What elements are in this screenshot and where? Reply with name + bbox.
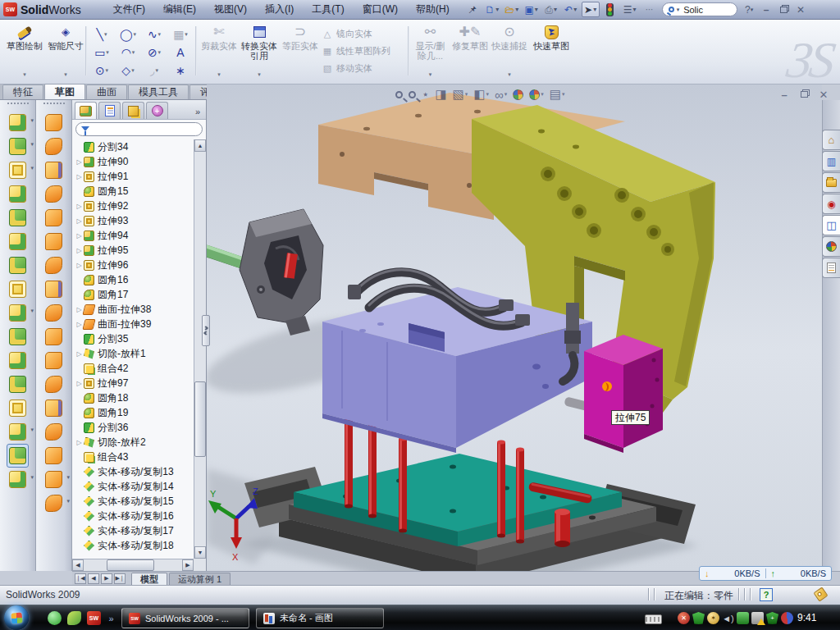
feature-tree-item[interactable]: 组合43 (73, 450, 193, 464)
pin-icon[interactable]: 📌︎ (463, 2, 482, 17)
expand-arrow-icon[interactable]: ▷ (75, 380, 84, 387)
slot-icon[interactable]: ⊙▾ (89, 62, 115, 80)
task-pane-tab-view-palette[interactable]: ◫ (822, 215, 840, 235)
feature-tree-item[interactable]: ▷ 拉伸94 (73, 228, 193, 243)
expand-arrow-icon[interactable]: ▷ (75, 262, 84, 269)
toolbar-icon-button[interactable] (45, 230, 62, 253)
close-button[interactable]: ✕ (792, 2, 810, 16)
feature-tree-item[interactable]: ▷ 曲面-拉伸38 (73, 302, 193, 317)
scroll-left-button[interactable]: ◀ (72, 559, 84, 571)
feature-tree-item[interactable]: 分割34 (73, 139, 193, 154)
linear-pattern-button[interactable]: ▦线性草图阵列 (322, 43, 405, 58)
menubar-item[interactable]: 文件(F) (104, 0, 154, 19)
feature-tree-item[interactable]: ▷ 拉伸96 (73, 258, 193, 272)
feature-tree-item[interactable]: 圆角19 (73, 405, 193, 420)
toolbar-grip[interactable] (7, 103, 29, 107)
menubar-item[interactable]: 插入(I) (256, 0, 303, 19)
feature-tree-item[interactable]: ▷ 拉伸93 (73, 213, 193, 228)
flyout-arrow-icon[interactable]: ▾ (30, 474, 34, 481)
feature-tree-item[interactable]: 实体-移动/复制18 (73, 538, 193, 553)
toolbar-grip[interactable] (43, 103, 65, 107)
pattern-box-icon[interactable]: ▦▾ (167, 25, 194, 43)
flyout-arrow-icon[interactable]: ▾ (30, 117, 34, 124)
spline-icon[interactable]: ∿▾ (141, 25, 167, 43)
model-canvas[interactable]: Y Z X (207, 84, 822, 571)
expand-arrow-icon[interactable]: ▷ (75, 173, 84, 180)
move-entities-button[interactable]: ▧移动实体 (322, 61, 405, 75)
toolbar-icon-button[interactable] (45, 325, 62, 349)
toolbar-icon-button[interactable] (7, 444, 29, 468)
repair-sketch-button[interactable]: ✚✎︎ 修复草图 (450, 24, 490, 80)
zoom-fit-icon[interactable] (395, 91, 403, 98)
toolbar-icon-button[interactable] (45, 349, 62, 372)
task-pane-tab-design-library[interactable]: ▥ (822, 151, 840, 171)
new-document-button[interactable]: 🗋︎▾ (483, 2, 501, 17)
next-tab-button[interactable]: ▶ (101, 573, 112, 584)
start-button[interactable] (4, 605, 29, 630)
apply-scene-icon[interactable]: ▾ (529, 89, 544, 100)
line-icon[interactable]: ╲▾ (89, 25, 115, 43)
quick-snaps-button[interactable]: ⊙ 快速捕捉▾ (490, 24, 529, 80)
flyout-arrow-icon[interactable]: ▾ (66, 474, 70, 481)
toolbar-icon-button[interactable]: ▾ (9, 111, 26, 135)
trim-entities-button[interactable]: ✄︎ 剪裁实体▾ (199, 24, 239, 80)
feature-tree-item[interactable]: ▷ 曲面-拉伸39 (73, 317, 193, 331)
taskbar-task-button[interactable]: SWSolidWorks 2009 - ... (121, 608, 249, 628)
flyout-arrow-icon[interactable]: ▾ (30, 308, 34, 314)
feature-tree-item[interactable]: 圆角15 (73, 184, 193, 199)
overflow-button[interactable]: ⋯ (641, 2, 659, 17)
view-wand-icon[interactable]: ⋆ (422, 87, 429, 102)
toolbar-icon-button[interactable] (45, 182, 62, 206)
section-view-icon[interactable]: ◨ (435, 87, 446, 102)
command-tab[interactable]: 模具工具 (128, 84, 189, 99)
toolbar-icon-button[interactable]: ▾ (9, 135, 26, 158)
search-box[interactable]: ▾ (662, 2, 737, 16)
sync-status-icon[interactable] (781, 612, 793, 624)
toolbar-icon-button[interactable] (45, 396, 62, 420)
expand-arrow-icon[interactable]: ▷ (75, 217, 84, 225)
text-icon[interactable]: A (167, 43, 194, 62)
network-warning-icon[interactable] (751, 612, 764, 624)
hide-show-items-icon[interactable]: ∞▾ (495, 88, 507, 102)
toolbar-icon-button[interactable]: ▾ (45, 468, 62, 491)
tree-vertical-scrollbar[interactable]: ▲ ▼ (194, 139, 206, 559)
convert-entities-button[interactable]: 转换实体引用▾ (240, 24, 279, 80)
search-dropdown-icon[interactable]: ▾ (677, 7, 680, 13)
doc-restore-button[interactable] (797, 89, 810, 100)
feature-tree-item[interactable]: 实体-移动/复制15 (73, 494, 193, 509)
rebuild-button[interactable] (601, 2, 619, 17)
toolbar-icon-button[interactable] (45, 111, 62, 135)
last-tab-button[interactable]: ▶❘ (114, 573, 126, 584)
document-tab[interactable]: 模型 (131, 573, 167, 586)
expand-arrow-icon[interactable]: ▷ (75, 350, 84, 358)
toolbar-icon-button[interactable]: ▾ (9, 158, 26, 182)
feature-tree-item[interactable]: 圆角18 (73, 390, 193, 405)
feature-tree-item[interactable]: 分割35 (73, 331, 193, 346)
tab-property-manager[interactable] (98, 102, 121, 119)
feature-tree-item[interactable]: 圆角17 (73, 287, 193, 302)
device-manager-icon[interactable] (737, 612, 749, 624)
toolbar-icon-button[interactable] (45, 301, 62, 325)
language-keyboard-icon[interactable] (645, 614, 662, 624)
circle-icon[interactable]: ◯▾ (115, 25, 141, 43)
feature-tree-item[interactable]: 实体-移动/复制16 (73, 509, 193, 523)
toolbar-icon-button[interactable] (9, 206, 26, 230)
help-button[interactable]: ?▾ (741, 2, 758, 16)
display-style-icon[interactable]: ◧▾ (473, 87, 489, 102)
toolbar-icon-button[interactable] (45, 253, 62, 277)
document-tab[interactable]: 运动算例 1 (169, 573, 231, 586)
polygon-icon[interactable]: ◇▾ (115, 62, 141, 80)
toolbar-icon-button[interactable] (45, 135, 62, 158)
ellipse-icon[interactable]: ⊘▾ (141, 43, 167, 62)
tree-filter-input[interactable] (75, 122, 203, 136)
task-pane-tab-appearances-scenes[interactable] (822, 236, 840, 257)
feature-tree-item[interactable]: 组合42 (73, 361, 193, 376)
toolbar-icon-button[interactable] (45, 444, 62, 468)
scroll-up-button[interactable]: ▲ (194, 139, 206, 152)
first-tab-button[interactable]: ❘◀ (75, 573, 86, 584)
open-button[interactable]: 🗁︎▾ (503, 2, 521, 17)
options-button[interactable]: ☰▾ (621, 2, 639, 17)
feature-tree-item[interactable]: 分割36 (73, 420, 193, 435)
task-pane-tab-solidworks-resources[interactable]: ⌂ (822, 130, 840, 150)
toolbar-icon-button[interactable] (9, 396, 26, 420)
